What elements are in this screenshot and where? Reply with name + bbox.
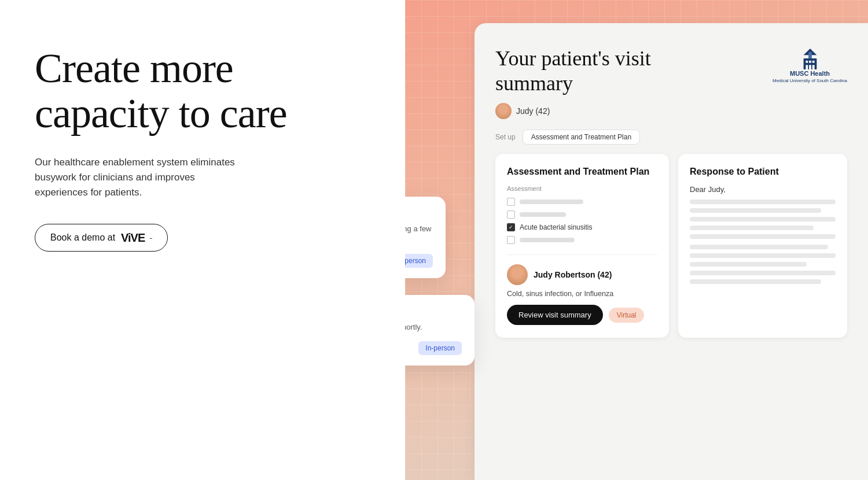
patient-avatar: [495, 103, 512, 119]
checkbox-2[interactable]: [507, 211, 515, 219]
response-line-10: [690, 279, 821, 284]
response-title: Response to Patient: [690, 167, 836, 177]
checkbox-row-1: [507, 198, 657, 206]
musc-logo: MUSC Health Medical University of South …: [773, 49, 847, 83]
svg-text:ViVE: ViVE: [121, 231, 145, 244]
svg-rect-10: [808, 52, 812, 58]
response-line-1: [690, 200, 836, 204]
svg-rect-5: [812, 61, 814, 63]
checkbox-row-3: Acute bacterial sinusitis: [507, 223, 657, 231]
card-visit-summary: Your patient's visit summary MUSC: [475, 23, 868, 480]
musc-logo-svg: [801, 49, 819, 69]
card-response: Response to Patient Dear Judy,: [678, 154, 847, 338]
summary-header: Your patient's visit summary MUSC: [495, 46, 847, 96]
response-dear: Dear Judy,: [690, 185, 836, 194]
patient-profile-mini: Judy Robertson (42): [507, 254, 657, 285]
virtual-badge: Virtual: [609, 308, 645, 323]
card-registration: Start your registration Reduce your wait…: [405, 197, 446, 278]
response-line-8: [690, 262, 807, 267]
checkbox-3-text: Acute bacterial sinusitis: [520, 223, 592, 231]
card-intake-title: ✓ Intake complete: [405, 308, 462, 317]
summary-title: Your patient's visit summary: [495, 46, 681, 96]
checkbox-line-1: [520, 200, 583, 204]
svg-rect-4: [809, 61, 811, 63]
hero-subtitle: Our healthcare enablement system elimina…: [35, 155, 249, 201]
right-panel: Start your registration Reduce your wait…: [405, 0, 868, 480]
assessment-section-label: Assessment: [507, 185, 657, 192]
svg-text:→: →: [148, 232, 152, 244]
patient-avatar-large: [507, 264, 528, 285]
checkbox-1[interactable]: [507, 198, 515, 206]
card-intake: ✓ Intake complete The doctor will see yo…: [405, 295, 475, 365]
response-line-4: [690, 226, 814, 230]
musc-sub: Medical University of South Carolina: [773, 78, 847, 83]
patient-info: Judy (42): [495, 103, 847, 119]
response-line-5: [690, 234, 836, 239]
checkbox-3-filled[interactable]: [507, 223, 515, 231]
card-registration-title: Start your registration: [405, 209, 433, 219]
checkbox-row-2: [507, 211, 657, 219]
vive-logo: ViVE →: [121, 231, 152, 244]
card-intake-badge: In-person: [418, 341, 462, 355]
card-intake-desc: The doctor will see you shortly.: [405, 322, 462, 333]
demo-button[interactable]: Book a demo at ViVE →: [35, 224, 168, 252]
assessment-title: Assessment and Treatment Plan: [507, 167, 657, 177]
patient-profile-name: Judy Robertson (42): [534, 270, 612, 279]
hero-title: Create more capacity to care: [35, 46, 370, 136]
response-line-6: [690, 245, 828, 249]
review-visit-button[interactable]: Review visit summary: [507, 305, 603, 325]
response-line-7: [690, 253, 836, 258]
card-registration-desc: Reduce your wait time by answering a few…: [405, 224, 433, 246]
tab-assessment[interactable]: Assessment and Treatment Plan: [523, 130, 640, 145]
inner-cards-row: Assessment and Treatment Plan Assessment…: [495, 154, 847, 338]
tabs-row: Set up Assessment and Treatment Plan: [495, 130, 847, 145]
bottom-actions: Review visit summary Virtual: [507, 305, 657, 325]
response-line-2: [690, 208, 821, 213]
checkbox-line-4: [520, 238, 575, 242]
svg-rect-7: [809, 65, 811, 69]
svg-rect-3: [806, 61, 808, 63]
checkbox-line-2: [520, 212, 566, 217]
checkbox-4[interactable]: [507, 236, 515, 244]
patient-condition: Cold, sinus infection, or Influenza: [507, 290, 657, 298]
svg-rect-6: [806, 65, 808, 69]
left-panel: Create more capacity to care Our healthc…: [0, 0, 405, 480]
card-assessment: Assessment and Treatment Plan Assessment…: [495, 154, 669, 338]
response-line-3: [690, 217, 836, 221]
card-registration-badge: In-person: [405, 254, 433, 268]
checkbox-row-4: [507, 236, 657, 244]
tab-setup[interactable]: Set up: [495, 133, 516, 141]
cards-area: Start your registration Reduce your wait…: [405, 0, 868, 480]
svg-rect-8: [812, 65, 814, 69]
patient-name-label: Judy (42): [516, 106, 550, 116]
demo-button-text: Book a demo at: [50, 232, 115, 243]
musc-name: MUSC Health: [790, 71, 830, 77]
response-line-9: [690, 271, 836, 275]
